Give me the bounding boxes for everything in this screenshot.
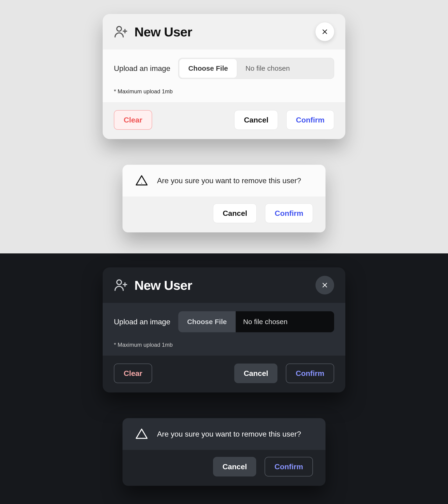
upload-row: Upload an image Choose File No file chos… xyxy=(114,311,334,332)
dark-theme-stage: New User Upload an image Choose File No … xyxy=(0,253,448,504)
user-plus-icon xyxy=(114,278,128,292)
dialog-footer: Cancel Confirm xyxy=(123,450,325,486)
modal-body: Upload an image Choose File No file chos… xyxy=(103,50,345,102)
file-input[interactable]: Choose File No file chosen xyxy=(178,311,334,332)
remove-user-dialog: Are you sure you want to remove this use… xyxy=(123,165,325,233)
upload-label: Upload an image xyxy=(114,64,170,73)
dialog-prompt: Are you sure you want to remove this use… xyxy=(157,176,301,185)
dialog-body: Are you sure you want to remove this use… xyxy=(123,165,325,197)
dialog-prompt: Are you sure you want to remove this use… xyxy=(157,430,301,438)
cancel-button[interactable]: Cancel xyxy=(213,457,256,476)
dialog-footer: Cancel Confirm xyxy=(123,197,325,233)
confirm-button[interactable]: Confirm xyxy=(265,457,313,476)
file-input[interactable]: Choose File No file chosen xyxy=(178,58,334,79)
light-theme-stage: New User Upload an image Choose File No … xyxy=(0,0,448,253)
modal-body: Upload an image Choose File No file chos… xyxy=(103,303,345,356)
cancel-button[interactable]: Cancel xyxy=(234,110,278,130)
modal-footer: Clear Cancel Confirm xyxy=(103,356,345,393)
clear-button[interactable]: Clear xyxy=(114,363,152,383)
modal-footer: Clear Cancel Confirm xyxy=(103,102,345,139)
choose-file-button[interactable]: Choose File xyxy=(178,311,236,332)
dialog-body: Are you sure you want to remove this use… xyxy=(123,418,325,450)
cancel-button[interactable]: Cancel xyxy=(213,203,257,223)
upload-hint: * Maximum upload 1mb xyxy=(114,88,334,95)
svg-point-6 xyxy=(141,183,142,184)
file-status: No file chosen xyxy=(238,58,334,79)
close-icon xyxy=(322,28,328,35)
upload-label: Upload an image xyxy=(114,318,170,326)
new-user-modal: New User Upload an image Choose File No … xyxy=(103,267,345,393)
cancel-button[interactable]: Cancel xyxy=(234,363,277,383)
close-icon xyxy=(322,282,328,288)
confirm-button[interactable]: Confirm xyxy=(265,203,313,223)
choose-file-button[interactable]: Choose File xyxy=(179,59,237,78)
remove-user-dialog: Are you sure you want to remove this use… xyxy=(123,418,325,486)
svg-point-13 xyxy=(141,436,142,437)
upload-hint: * Maximum upload 1mb xyxy=(114,342,334,348)
upload-row: Upload an image Choose File No file chos… xyxy=(114,58,334,79)
warning-icon xyxy=(135,428,148,441)
file-status: No file chosen xyxy=(236,311,334,332)
modal-header: New User xyxy=(103,267,345,303)
user-plus-icon xyxy=(114,25,128,39)
confirm-button[interactable]: Confirm xyxy=(286,110,334,130)
new-user-modal: New User Upload an image Choose File No … xyxy=(103,14,345,139)
clear-button[interactable]: Clear xyxy=(114,110,152,130)
confirm-button[interactable]: Confirm xyxy=(286,363,334,383)
modal-title: New User xyxy=(134,278,192,293)
modal-title: New User xyxy=(134,24,192,39)
modal-header: New User xyxy=(103,14,345,50)
svg-point-0 xyxy=(117,27,122,31)
warning-icon xyxy=(135,174,148,187)
close-button[interactable] xyxy=(315,22,334,41)
close-button[interactable] xyxy=(315,276,334,294)
svg-point-7 xyxy=(117,280,122,285)
